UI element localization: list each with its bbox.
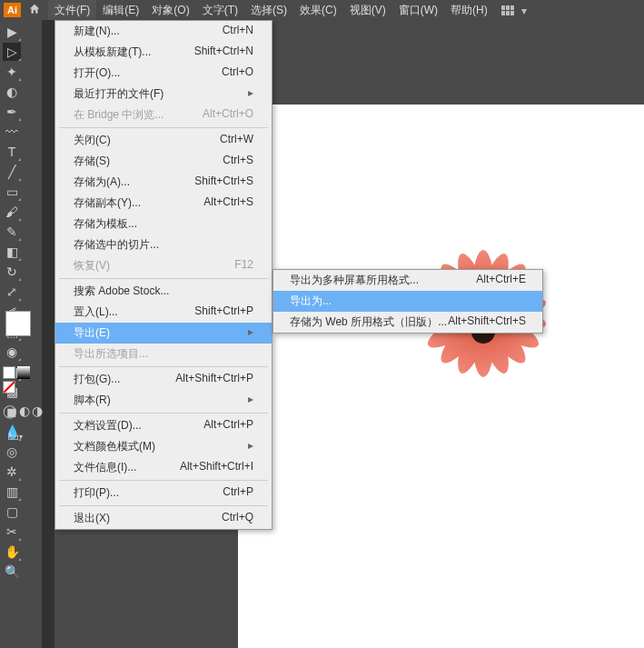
menu-item: 在 Bridge 中浏览...Alt+Ctrl+O <box>55 105 272 125</box>
menu-item[interactable]: 最近打开的文件(F)▸ <box>55 84 272 105</box>
scale-tool[interactable]: ⤢ <box>3 283 21 301</box>
canvas-artboard[interactable] <box>238 105 644 648</box>
menu-item[interactable]: 脚本(R)▸ <box>55 390 272 411</box>
menu-item[interactable]: 退出(X)Ctrl+Q <box>55 508 272 529</box>
svg-rect-0 <box>501 5 505 10</box>
export-submenu: 导出为多种屏幕所用格式...Alt+Ctrl+E导出为...存储为 Web 所用… <box>272 269 543 334</box>
zoom-tool[interactable]: 🔍 <box>3 563 21 581</box>
menu-item[interactable]: 置入(L)...Shift+Ctrl+P <box>55 302 272 323</box>
color-mode-none[interactable] <box>3 381 15 394</box>
menu-item[interactable]: 存储为模板... <box>55 214 272 234</box>
menu-window[interactable]: 窗口(W) <box>392 0 444 21</box>
draw-mode-row: ◯ ◐ ◑ <box>0 400 40 422</box>
type-tool[interactable]: T <box>3 143 21 161</box>
menu-effect[interactable]: 效果(C) <box>293 0 343 21</box>
menu-file[interactable]: 文件(F) <box>48 0 96 21</box>
menu-item[interactable]: 导出(E)▸ <box>55 323 272 344</box>
graph-tool[interactable]: ▥ <box>3 483 21 501</box>
paintbrush-tool[interactable]: 🖌 <box>3 203 21 221</box>
menu-item[interactable]: 存储选中的切片... <box>55 234 272 255</box>
draw-inside-icon[interactable]: ◑ <box>32 403 43 419</box>
svg-rect-4 <box>506 11 510 15</box>
selection-tool[interactable]: ▶ <box>3 23 21 41</box>
svg-rect-3 <box>501 11 505 15</box>
hand-tool[interactable]: ✋ <box>3 543 21 561</box>
line-tool[interactable]: ╱ <box>3 163 21 181</box>
menu-item: 恢复(V)F12 <box>55 255 272 276</box>
menu-item[interactable]: 打包(G)...Alt+Shift+Ctrl+P <box>55 369 272 390</box>
menu-object[interactable]: 对象(O) <box>145 0 195 21</box>
pen-tool[interactable]: ✒ <box>3 103 21 121</box>
layout-icon[interactable]: ▾ <box>501 4 528 17</box>
panel-gutter <box>42 20 54 648</box>
fill-swatch[interactable] <box>5 311 31 336</box>
menu-view[interactable]: 视图(V) <box>343 0 392 21</box>
color-mode-gradient[interactable] <box>17 366 30 379</box>
menu-item[interactable]: 从模板新建(T)...Shift+Ctrl+N <box>55 42 272 63</box>
submenu-item[interactable]: 导出为多种屏幕所用格式...Alt+Ctrl+E <box>273 270 542 291</box>
menu-item[interactable]: 文档设置(D)...Alt+Ctrl+P <box>55 415 272 436</box>
color-mode-solid[interactable] <box>3 366 15 379</box>
menu-item[interactable]: 关闭(C)Ctrl+W <box>55 130 272 151</box>
shaper-tool[interactable]: ✎ <box>3 223 21 241</box>
submenu-item[interactable]: 存储为 Web 所用格式（旧版）...Alt+Shift+Ctrl+S <box>273 312 542 333</box>
menu-item[interactable]: 存储为(A)...Shift+Ctrl+S <box>55 172 272 193</box>
curvature-tool[interactable]: 〰 <box>3 123 21 141</box>
rotate-tool[interactable]: ↻ <box>3 263 21 281</box>
direct-selection-tool[interactable]: ▷ <box>3 43 21 61</box>
menu-item[interactable]: 新建(N)...Ctrl+N <box>55 21 272 42</box>
magic-wand-tool[interactable]: ✦ <box>3 63 21 81</box>
app-logo: Ai <box>4 3 21 17</box>
menu-item[interactable]: 存储(S)Ctrl+S <box>55 151 272 172</box>
symbol-sprayer-tool[interactable]: ✲ <box>3 463 21 481</box>
menu-item[interactable]: 搜索 Adobe Stock... <box>55 281 272 302</box>
screen-mode-icon[interactable]: ▭▾ <box>5 427 24 445</box>
lasso-tool[interactable]: ◐ <box>3 83 21 101</box>
svg-rect-2 <box>510 5 514 10</box>
submenu-item[interactable]: 导出为... <box>273 291 542 312</box>
artboard-tool[interactable]: ▢ <box>3 503 21 521</box>
menu-type[interactable]: 文字(T) <box>196 0 244 21</box>
menu-select[interactable]: 选择(S) <box>244 0 293 21</box>
svg-rect-5 <box>510 11 514 15</box>
menu-item[interactable]: 文档颜色模式(M)▸ <box>55 436 272 457</box>
menu-item[interactable]: 打开(O)...Ctrl+O <box>55 63 272 84</box>
svg-rect-1 <box>506 5 510 10</box>
menu-item[interactable]: 文件信息(I)...Alt+Shift+Ctrl+I <box>55 457 272 478</box>
color-mode-row <box>0 364 40 396</box>
draw-normal-icon[interactable]: ◯ <box>3 403 17 419</box>
menu-help[interactable]: 帮助(H) <box>444 0 494 21</box>
slice-tool[interactable]: ✂ <box>3 523 21 541</box>
rectangle-tool[interactable]: ▭ <box>3 183 21 201</box>
file-menu-dropdown: 新建(N)...Ctrl+N从模板新建(T)...Shift+Ctrl+N打开(… <box>54 20 272 530</box>
menu-item: 导出所选项目... <box>55 344 272 364</box>
draw-behind-icon[interactable]: ◐ <box>19 403 30 419</box>
menu-item[interactable]: 打印(P)...Ctrl+P <box>55 483 272 503</box>
menu-item[interactable]: 存储副本(Y)...Alt+Ctrl+S <box>55 193 272 214</box>
menu-edit[interactable]: 编辑(E) <box>96 0 145 21</box>
color-swatch-area: ◯ ◐ ◑ ▭▾ <box>0 309 40 446</box>
eraser-tool[interactable]: ◧ <box>3 243 21 261</box>
menubar: Ai 文件(F) 编辑(E) 对象(O) 文字(T) 选择(S) 效果(C) 视… <box>0 0 644 20</box>
home-icon[interactable] <box>28 3 41 18</box>
